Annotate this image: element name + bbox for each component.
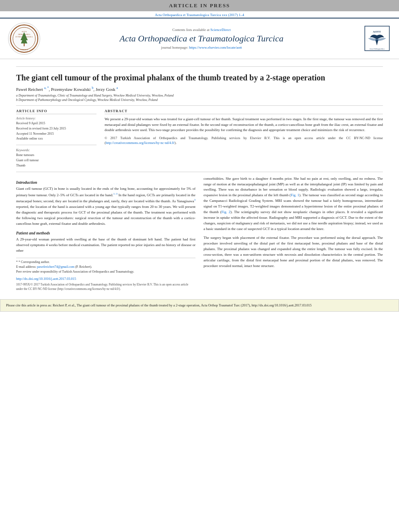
top-divider — [16, 66, 383, 67]
keywords-divider — [16, 145, 97, 145]
history-label: Article history: — [16, 117, 97, 120]
fig1-ref[interactable]: Fig. 1 — [291, 193, 299, 197]
accepted-date: Accepted 11 November 2015 — [16, 131, 97, 137]
journal-logo-left: ACTA ORTHOPAEDICA ET TRAUMATOLOGICA TURC… — [8, 23, 40, 55]
abstract-section: ABSTRACT We present a 29-year-old woman … — [105, 109, 383, 168]
keyword-3: Thumb — [16, 163, 97, 168]
introduction-paragraph: Giant cell tumour (GCT) in bone is usual… — [16, 186, 195, 227]
patient-methods-heading: Patient and methods — [16, 231, 195, 235]
footnotes-section: * * Corresponding author. E-mail address… — [16, 258, 195, 274]
revised-date: Received in revised form 23 July 2015 — [16, 126, 97, 131]
journal-ref-text: Acta Orthopaedica et Traumatologica Turc… — [155, 13, 244, 17]
affiliation-a: a Department of Traumatology, Clinic of … — [16, 93, 383, 98]
main-columns: Introduction Giant cell tumour (GCT) in … — [16, 176, 383, 292]
after-affiliations-divider — [16, 105, 383, 106]
article-info-title: ARTICLE INFO — [16, 109, 97, 114]
patient-methods-paragraph: A 29-year-old woman presented with swell… — [16, 237, 195, 254]
article-info-column: ARTICLE INFO Article history: Received 9… — [16, 109, 97, 168]
peer-review-note: Peer review under responsibility of Turk… — [16, 269, 195, 274]
citation-box: Please cite this article in press as: Re… — [0, 299, 399, 312]
cc-link[interactable]: http://creativecommons.org/licenses/by-n… — [106, 141, 175, 145]
journal-header: ACTA ORTHOPAEDICA ET TRAUMATOLOGICA TURC… — [0, 18, 399, 59]
keywords-label: Keywords: — [16, 148, 97, 152]
svg-text:ACTA: ACTA — [21, 31, 27, 33]
journal-homepage: journal homepage: https://www.elsevier.c… — [40, 45, 363, 49]
authors-line: Paweł Reichert a, *, Przemysław Kowalski… — [16, 86, 383, 92]
affiliations: a Department of Traumatology, Clinic of … — [16, 93, 383, 102]
journal-ref-line: Acta Orthopaedica et Traumatologica Turc… — [0, 11, 399, 18]
doi-line[interactable]: http://dx.doi.org/10.1016/j.aott.2017.03… — [16, 277, 195, 281]
sciencedirect-label: Contents lists available at — [173, 28, 210, 32]
available-online: Available online xxx — [16, 136, 97, 142]
journal-logo-right: AOTT Acta Orthopaedica — [363, 25, 391, 52]
citation-text: Please cite this article in press as: Re… — [6, 303, 312, 307]
email-link[interactable]: pawelreichert74@gmail.com — [37, 265, 74, 269]
page: ARTICLE IN PRESS Acta Orthopaedica et Tr… — [0, 0, 399, 532]
fig2-ref[interactable]: Fig. 2 — [221, 210, 230, 214]
copyright-text: © 2017 Turkish Association of Orthopaedi… — [105, 136, 383, 146]
keyword-2: Giant cell tumour — [16, 158, 97, 163]
homepage-url[interactable]: https://www.elsevier.com/locate/aott — [189, 45, 242, 49]
abstract-text: We present a 29-year-old woman who was t… — [105, 117, 383, 133]
sciencedirect-link[interactable]: ScienceDirect — [210, 28, 230, 32]
svg-text:TURCICA: TURCICA — [20, 49, 29, 51]
patient-methods-continued: comorbidities. She gave birth to a daugh… — [204, 176, 383, 232]
affiliation-b: b Department of Pathomorphology and Onco… — [16, 98, 383, 102]
sciencedirect-line: Contents lists available at ScienceDirec… — [40, 28, 363, 32]
homepage-label: journal homepage: — [161, 45, 188, 49]
email-footnote: E-mail address: pawelreichert74@gmail.co… — [16, 265, 195, 269]
main-content-divider — [16, 172, 383, 172]
surgery-paragraph: The surgery began with placement of the … — [204, 235, 383, 269]
abstract-title: ABSTRACT — [105, 109, 383, 114]
publisher-info: 1017-995X/© 2017 Turkish Association of … — [16, 282, 195, 292]
article-history: Received 9 April 2015 Received in revise… — [16, 121, 97, 142]
keywords-section: Keywords: Bone tumours Giant cell tumour… — [16, 148, 97, 168]
banner-text: ARTICLE IN PRESS — [169, 2, 230, 8]
introduction-heading: Introduction — [16, 180, 195, 185]
received-date: Received 9 April 2015 — [16, 121, 97, 126]
keywords-list: Bone tumours Giant cell tumour Thumb — [16, 153, 97, 168]
info-abstract-section: ARTICLE INFO Article history: Received 9… — [16, 109, 383, 168]
article-in-press-banner: ARTICLE IN PRESS — [0, 0, 399, 11]
left-column: Introduction Giant cell tumour (GCT) in … — [16, 176, 195, 292]
journal-center: Contents lists available at ScienceDirec… — [40, 28, 363, 49]
svg-text:Acta Orthopaedica: Acta Orthopaedica — [369, 48, 385, 50]
article-title: The giant cell tumour of the proximal ph… — [16, 72, 383, 83]
right-column: comorbidities. She gave birth to a daugh… — [204, 176, 383, 292]
svg-text:AOTT: AOTT — [373, 30, 381, 33]
corresponding-author-note: * * Corresponding author. — [16, 260, 195, 265]
article-body: The giant cell tumour of the proximal ph… — [0, 59, 399, 295]
keyword-1: Bone tumours — [16, 153, 97, 158]
journal-title: Acta Orthopaedica et Traumatologica Turc… — [40, 33, 363, 44]
